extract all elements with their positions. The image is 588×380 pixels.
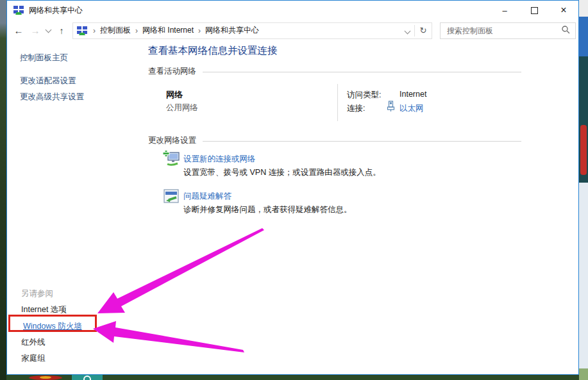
chevron-down-icon (45, 26, 51, 33)
divider (203, 72, 521, 72)
connection-ethernet-link[interactable]: 以太网 (399, 103, 424, 114)
search-input[interactable] (446, 24, 557, 38)
desktop-left-strip (0, 0, 6, 380)
minimize-icon: – (502, 6, 507, 15)
breadcrumb-control-panel[interactable]: 控制面板 (99, 25, 132, 36)
address-bar-right: ↻ (400, 23, 432, 38)
chevron-down-icon (404, 28, 410, 34)
connection-label: 连接: (347, 103, 365, 114)
maximize-button[interactable] (519, 1, 549, 20)
network-type: 公用网络 (166, 103, 198, 113)
back-icon: ← (14, 25, 24, 36)
setup-new-connection-desc: 设置宽带、拨号或 VPN 连接；或设置路由器或接入点。 (183, 167, 381, 178)
sidebar-item-change-adapter-settings[interactable]: 更改适配器设置 (20, 76, 76, 87)
windows-firewall-link[interactable]: Windows 防火墙 (23, 321, 82, 332)
up-button[interactable]: ↑ (53, 22, 70, 39)
window-controls: – × (490, 1, 578, 20)
ethernet-plug-icon (387, 101, 395, 115)
desktop-right-strip (579, 0, 588, 380)
magnifier-icon[interactable] (562, 25, 570, 37)
section-label: 更改网络设置 (148, 135, 196, 146)
network-name: 网络 (166, 89, 183, 101)
address-dropdown-button[interactable] (400, 26, 414, 35)
troubleshoot-desc: 诊断并修复网络问题，或者获得疑难解答信息。 (183, 204, 352, 215)
desktop-fragment (40, 376, 51, 379)
refresh-button[interactable]: ↻ (415, 26, 432, 35)
close-button[interactable]: × (549, 1, 578, 20)
desktop-fragment (579, 17, 588, 56)
up-icon: ↑ (60, 26, 64, 36)
see-also-header: 另请参阅 (21, 288, 53, 299)
section-label: 查看活动网络 (148, 66, 196, 77)
network-sharing-center-window: 网络和共享中心 – × ← → ↑ › 控制面板 › (6, 0, 579, 375)
homegroup-link[interactable]: 家庭组 (21, 353, 46, 364)
back-button[interactable]: ← (10, 22, 28, 39)
access-type-value: Internet (399, 90, 426, 99)
network-sharing-center-icon (77, 26, 87, 36)
maximize-icon (531, 7, 538, 14)
access-type-label: 访问类型: (347, 90, 381, 101)
breadcrumb-separator: › (90, 26, 99, 35)
internet-options-link[interactable]: Internet 选项 (21, 304, 67, 315)
desktop-bottom-strip (6, 375, 579, 380)
sidebar-item-change-advanced-sharing[interactable]: 更改高级共享设置 (20, 92, 84, 103)
troubleshoot-icon (164, 188, 179, 206)
desktop-fragment (72, 375, 103, 380)
section-view-active-networks: 查看活动网络 (148, 66, 521, 77)
section-change-network-settings: 更改网络设置 (148, 135, 521, 146)
desktop-fragment (579, 368, 588, 380)
close-icon: × (560, 4, 566, 16)
setup-new-connection-link[interactable]: 设置新的连接或网络 (183, 154, 256, 165)
desktop-fragment (579, 56, 588, 183)
window-title: 网络和共享中心 (29, 5, 83, 16)
breadcrumb-separator: › (195, 26, 204, 35)
search-box (440, 22, 576, 39)
forward-button[interactable]: → (28, 22, 43, 39)
address-bar[interactable]: › 控制面板 › 网络和 Internet › 网络和共享中心 ↻ (72, 22, 432, 39)
forward-icon: → (31, 25, 40, 36)
desktop-fragment (579, 183, 588, 368)
desktop-fragment (579, 0, 588, 17)
page-title: 查看基本网络信息并设置连接 (148, 44, 278, 58)
sidebar-item-control-panel-home[interactable]: 控制面板主页 (20, 53, 68, 63)
troubleshoot-link[interactable]: 问题疑难解答 (183, 191, 231, 202)
new-connection-icon (162, 149, 180, 170)
infrared-link[interactable]: 红外线 (21, 337, 46, 348)
titlebar: 网络和共享中心 – × (7, 1, 578, 20)
refresh-icon: ↻ (420, 26, 427, 35)
desktop-fragment (580, 125, 587, 175)
divider (337, 84, 338, 121)
network-sharing-center-icon (13, 5, 24, 15)
navigation-toolbar: ← → ↑ › 控制面板 › 网络和 Internet › 网络和共享中心 (7, 20, 578, 41)
minimize-button[interactable]: – (490, 1, 519, 20)
breadcrumb-network-internet[interactable]: 网络和 Internet (141, 25, 195, 36)
recent-pages-button[interactable] (43, 22, 53, 39)
breadcrumb-separator: › (132, 26, 141, 35)
breadcrumb-network-sharing-center[interactable]: 网络和共享中心 (204, 25, 260, 36)
divider (203, 141, 521, 142)
